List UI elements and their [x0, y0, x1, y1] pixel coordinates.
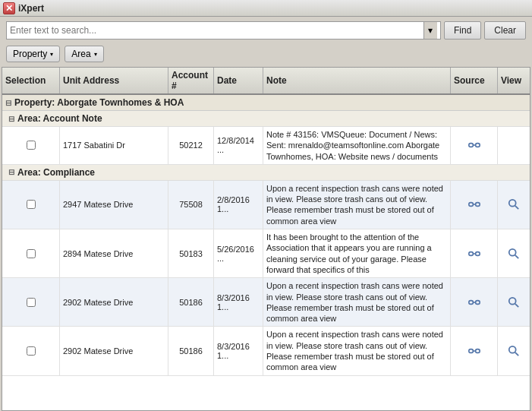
source-link[interactable]: [467, 248, 481, 260]
magnify-icon: [508, 248, 520, 260]
row-date: 8/3/2016 1...: [214, 278, 263, 326]
expand-icon[interactable]: ⊟: [8, 168, 14, 176]
svg-rect-13: [468, 300, 473, 304]
view-link[interactable]: [507, 198, 521, 210]
th-note: Note: [263, 68, 451, 93]
row-date: 2/8/2016 1...: [214, 181, 263, 229]
row-checkbox[interactable]: [27, 249, 36, 258]
row-note: It has been brought to the attention of …: [263, 229, 451, 277]
row-selection[interactable]: [2, 327, 60, 375]
row-selection[interactable]: [2, 229, 60, 277]
row-date: 12/8/2014 ...: [214, 127, 263, 164]
row-view[interactable]: [498, 181, 530, 229]
svg-rect-4: [475, 203, 480, 207]
expand-icon[interactable]: ⊟: [5, 99, 11, 107]
row-source[interactable]: [451, 278, 498, 326]
row-source[interactable]: [451, 229, 498, 277]
table-header: Selection Unit Address Account # Date No…: [2, 68, 530, 95]
th-selection: Selection: [2, 68, 60, 93]
row-account: 50186: [168, 278, 214, 326]
svg-rect-9: [475, 251, 480, 255]
row-selection[interactable]: [2, 127, 60, 164]
table-row: 2947 Matese Drive 75508 2/8/2016 1... Up…: [2, 181, 530, 229]
row-view[interactable]: [498, 278, 530, 326]
svg-line-17: [515, 304, 518, 307]
table-row: 2902 Matese Drive 50186 8/3/2016 1... Up…: [2, 278, 530, 327]
row-date: 8/3/2016 1...: [214, 327, 263, 375]
th-unit-address: Unit Address: [60, 68, 168, 93]
row-checkbox[interactable]: [27, 346, 36, 356]
find-button[interactable]: Find: [444, 21, 481, 40]
source-link[interactable]: [467, 345, 481, 357]
row-note: Upon a recent inspection trash cans were…: [263, 181, 451, 229]
th-view: View: [498, 68, 530, 93]
chain-icon: [468, 198, 480, 210]
row-checkbox[interactable]: [27, 141, 36, 150]
row-view[interactable]: [498, 229, 530, 277]
chain-icon: [468, 296, 480, 308]
property-filter-button[interactable]: Property ▾: [6, 46, 60, 62]
row-unit: 2947 Matese Drive: [60, 181, 168, 229]
property-filter-label: Property: [13, 49, 47, 59]
row-account: 50186: [168, 327, 214, 375]
row-account: 50212: [168, 127, 214, 164]
chain-icon: [468, 248, 480, 260]
row-view[interactable]: [498, 327, 530, 375]
search-dropdown-arrow[interactable]: ▾: [423, 22, 437, 39]
svg-rect-18: [468, 349, 473, 353]
view-link[interactable]: [507, 296, 521, 308]
row-selection[interactable]: [2, 181, 60, 229]
row-unit: 2894 Matese Drive: [60, 229, 168, 277]
svg-point-6: [509, 200, 516, 207]
magnify-icon: [508, 345, 520, 357]
row-checkbox[interactable]: [27, 298, 36, 307]
svg-line-12: [515, 255, 518, 258]
row-selection[interactable]: [2, 278, 60, 326]
row-source[interactable]: [451, 327, 498, 375]
close-button[interactable]: ✕: [3, 2, 15, 14]
source-link[interactable]: [467, 296, 481, 308]
area-filter-label: Area: [71, 49, 90, 59]
svg-point-11: [509, 248, 516, 255]
chain-icon: [468, 345, 480, 357]
svg-line-7: [515, 206, 518, 209]
table-container: Selection Unit Address Account # Date No…: [2, 67, 530, 411]
view-link[interactable]: [507, 345, 521, 357]
area-filter-arrow: ▾: [94, 51, 97, 58]
title-bar: ✕ iXpert: [0, 0, 532, 17]
row-unit: 2902 Matese Drive: [60, 327, 168, 375]
row-view[interactable]: [498, 127, 530, 164]
magnify-icon: [508, 296, 520, 308]
row-account: 75508: [168, 181, 214, 229]
table-row: 1717 Sabatini Dr 50212 12/8/2014 ... Not…: [2, 127, 530, 165]
row-source[interactable]: [451, 127, 498, 164]
table-row: 2902 Matese Drive 50186 8/3/2016 1... Up…: [2, 327, 530, 375]
row-unit: 1717 Sabatini Dr: [60, 127, 168, 164]
subgroup-header: ⊟Area: Compliance: [2, 165, 530, 181]
search-input[interactable]: [10, 25, 423, 36]
svg-rect-8: [468, 251, 473, 255]
table-body[interactable]: ⊟Property: Aborgate Townhomes & HOA⊟Area…: [2, 95, 530, 410]
area-filter-button[interactable]: Area ▾: [65, 46, 103, 62]
row-checkbox[interactable]: [27, 200, 36, 209]
svg-rect-1: [475, 144, 480, 147]
chain-icon: [468, 139, 480, 151]
row-source[interactable]: [451, 181, 498, 229]
group-header: ⊟Property: Aborgate Townhomes & HOA: [2, 95, 530, 111]
row-note: Upon a recent inspection trash cans were…: [263, 278, 451, 326]
search-input-wrapper[interactable]: ▾: [6, 21, 441, 40]
view-link[interactable]: [507, 248, 521, 260]
svg-rect-3: [468, 203, 473, 207]
subgroup-header: ⊟Area: Account Note: [2, 111, 530, 127]
source-link[interactable]: [467, 139, 481, 151]
source-link[interactable]: [467, 198, 481, 210]
svg-line-22: [515, 353, 518, 356]
clear-button[interactable]: Clear: [484, 21, 526, 40]
svg-point-16: [509, 298, 516, 305]
svg-rect-0: [468, 144, 473, 147]
svg-rect-14: [475, 300, 480, 304]
th-source: Source: [451, 68, 498, 93]
main-window: ▾ Find Clear Property ▾ Area ▾ Selection…: [0, 17, 532, 411]
row-note: Note # 43156: VMSQueue: Document / News:…: [263, 127, 451, 164]
expand-icon[interactable]: ⊟: [8, 115, 14, 123]
